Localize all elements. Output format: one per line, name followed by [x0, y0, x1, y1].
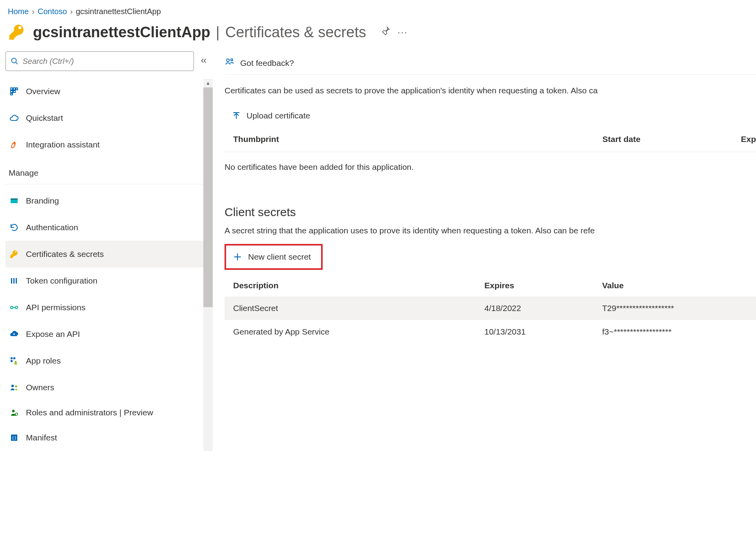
card-icon: [9, 196, 20, 206]
collapse-sidebar-button[interactable]: [199, 56, 208, 66]
nav-item-label: Owners: [26, 383, 54, 392]
new-client-secret-highlight: New client secret: [225, 244, 323, 270]
arrow-circle-icon: [9, 223, 20, 232]
secrets-table-header: Description Expires Value: [225, 273, 756, 297]
api-perm-icon: [9, 303, 20, 312]
cloud-icon: [9, 113, 20, 123]
nav-item-label: Manifest: [26, 433, 57, 442]
nav-item-label: Certificates & secrets: [26, 249, 104, 259]
sidebar-scrollbar[interactable]: ▲: [203, 79, 213, 451]
client-secrets-description: A secret string that the application use…: [225, 226, 756, 244]
sidebar: OverviewQuickstartIntegration assistant …: [0, 51, 209, 451]
col-description: Description: [233, 281, 484, 290]
nav-item-manifest[interactable]: {}Manifest: [5, 424, 210, 451]
pin-button[interactable]: [380, 26, 391, 38]
nav-item-label: Quickstart: [26, 113, 63, 123]
svg-rect-7: [11, 93, 13, 95]
secret-value: T29******************: [602, 304, 756, 313]
admin-icon: [9, 408, 20, 417]
svg-rect-11: [11, 278, 12, 284]
breadcrumb-level1[interactable]: Contoso: [38, 7, 67, 16]
cloud-api-icon: [9, 329, 20, 339]
svg-point-24: [12, 410, 15, 412]
nav-item-app-roles[interactable]: App roles: [5, 347, 210, 374]
rocket-icon: [9, 140, 20, 149]
search-input[interactable]: [23, 57, 189, 66]
main-content: Got feedback? Certificates can be used a…: [209, 51, 756, 451]
col-start-date: Start date: [603, 135, 741, 144]
svg-point-23: [15, 385, 17, 387]
key-icon: [9, 249, 20, 259]
nav-item-label: API permissions: [26, 303, 86, 312]
nav-item-authentication[interactable]: Authentication: [5, 214, 210, 241]
sidebar-scrollbar-thumb[interactable]: [203, 87, 213, 307]
col-secret-value: Value: [602, 281, 756, 290]
plus-icon: [232, 252, 243, 262]
breadcrumb-home[interactable]: Home: [8, 7, 29, 16]
nav-item-branding[interactable]: Branding: [5, 187, 210, 214]
chevron-double-left-icon: [199, 56, 208, 65]
svg-point-21: [15, 361, 17, 363]
nav-item-label: Branding: [26, 196, 59, 206]
nav-item-roles-and-administrators-preview[interactable]: Roles and administrators | Preview: [5, 401, 210, 424]
svg-rect-2: [11, 88, 13, 90]
secret-expires: 4/18/2022: [484, 304, 602, 313]
nav-item-label: Expose an API: [26, 329, 80, 339]
nav-item-api-permissions[interactable]: API permissions: [5, 294, 210, 321]
svg-rect-18: [11, 357, 13, 359]
certificates-intro: Certificates can be used as secrets to p…: [225, 75, 756, 107]
nav-item-owners[interactable]: Owners: [5, 374, 210, 401]
certificates-table-header: Thumbprint Start date Exp: [225, 126, 756, 152]
secret-description: ClientSecret: [233, 304, 484, 313]
svg-point-29: [231, 59, 233, 61]
svg-rect-3: [13, 88, 15, 90]
new-client-secret-label: New client secret: [248, 252, 311, 262]
page-title: gcsintranettestClientApp | Certificates …: [33, 24, 366, 41]
nav-item-label: App roles: [26, 356, 61, 366]
nav-item-certificates-secrets[interactable]: Certificates & secrets: [5, 241, 210, 267]
svg-point-28: [226, 59, 229, 62]
svg-point-8: [14, 143, 15, 144]
nav-item-integration-assistant[interactable]: Integration assistant: [5, 131, 210, 158]
client-secrets-heading: Client secrets: [225, 191, 756, 226]
svg-text:{}: {}: [12, 436, 16, 440]
upload-certificate-button[interactable]: Upload certificate: [225, 107, 314, 124]
svg-rect-19: [13, 357, 15, 359]
feedback-button[interactable]: Got feedback?: [225, 51, 756, 75]
chevron-right-icon: ›: [32, 7, 35, 16]
svg-rect-6: [16, 88, 18, 90]
svg-point-25: [15, 413, 18, 415]
nav-item-label: Roles and administrators | Preview: [26, 407, 153, 418]
svg-point-0: [12, 58, 16, 63]
secret-description: Generated by App Service: [233, 327, 484, 337]
nav-item-label: Token configuration: [26, 276, 97, 286]
secret-value: f3~******************: [602, 327, 756, 337]
new-client-secret-button[interactable]: New client secret: [227, 246, 320, 267]
nav-item-overview[interactable]: Overview: [5, 78, 210, 105]
nav-item-label: Authentication: [26, 223, 78, 232]
nav-item-quickstart[interactable]: Quickstart: [5, 105, 210, 131]
search-box[interactable]: [5, 51, 194, 71]
secrets-table-row[interactable]: ClientSecret4/18/2022T29****************…: [225, 297, 756, 320]
svg-line-1: [16, 62, 18, 64]
nav-item-label: Overview: [26, 87, 60, 96]
svg-point-17: [13, 333, 15, 335]
nav-item-label: Integration assistant: [26, 140, 100, 149]
nav-item-expose-an-api[interactable]: Expose an API: [5, 321, 210, 347]
svg-point-22: [11, 385, 14, 387]
breadcrumb-current[interactable]: gcsintranettestClientApp: [76, 7, 161, 16]
more-button[interactable]: ···: [398, 27, 408, 38]
svg-point-15: [15, 306, 18, 309]
nav-section-manage: Manage: [5, 158, 206, 184]
svg-rect-13: [16, 278, 17, 284]
secrets-table-row[interactable]: Generated by App Service10/13/2031f3~***…: [225, 320, 756, 344]
bars-icon: [9, 276, 20, 286]
people-icon: [9, 383, 20, 392]
no-certificates-message: No certificates have been added for this…: [225, 152, 756, 191]
svg-rect-4: [11, 91, 13, 93]
svg-point-14: [11, 306, 13, 309]
svg-rect-12: [13, 278, 15, 284]
scroll-up-arrow-icon[interactable]: ▲: [203, 79, 213, 87]
nav-item-token-configuration[interactable]: Token configuration: [5, 267, 210, 294]
svg-rect-10: [11, 198, 18, 200]
